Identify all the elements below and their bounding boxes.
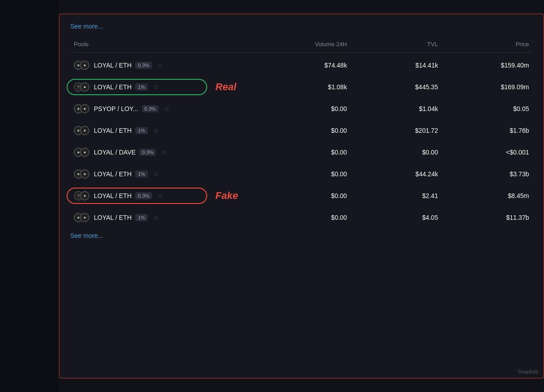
tvl-1: $14.41k [347,62,438,69]
fee-badge-6: 1% [135,170,148,178]
snapedit-watermark: SnapEdit [518,369,538,374]
pools-table: Pools Volume 24H TVL Price ● ● LOYAL / E… [70,41,533,228]
price-8: $11.37b [438,214,529,221]
fee-badge-4: 1% [135,127,148,134]
pool-cell-8: ● ● LOYAL / ETH 1% ☆ [74,213,256,222]
star-icon-1[interactable]: ☆ [157,62,163,69]
pool-row-8[interactable]: ● ● LOYAL / ETH 1% ☆ $0.00 $4.05 $11.37b [70,207,533,228]
token-icons-7: ? ● [74,191,90,200]
price-3: $0.05 [438,105,529,112]
see-more-bottom-link[interactable]: See more... [70,232,103,239]
token-icons-5: ● ● [74,148,90,157]
tvl-3: $1.04k [347,105,438,112]
main-panel: See more... Pools Volume 24H TVL Price ●… [59,14,544,378]
outer-background: See more... Pools Volume 24H TVL Price ●… [0,0,544,392]
pool-cell-5: ● ● LOYAL / DAVE 0.3% ☆ [74,148,256,157]
volume-2: $1.08k [256,83,347,91]
pool-cell-4: ● ● LOYAL / ETH 1% ☆ [74,126,256,135]
token-icon-7b: ● [80,191,89,200]
tvl-8: $4.05 [347,214,438,221]
price-6: $3.73b [438,170,529,178]
price-5: <$0.001 [438,149,529,156]
token-icons-6: ● ● [74,169,90,179]
star-icon-4[interactable]: ☆ [153,127,159,134]
col-tvl: TVL [347,41,438,48]
tvl-6: $44.24k [347,170,438,178]
token-icon-4b: ● [80,126,89,135]
token-icon-1b: ● [80,61,89,70]
volume-6: $0.00 [256,170,347,178]
pool-name-8: LOYAL / ETH [94,214,131,221]
pool-row-2[interactable]: ? ● LOYAL / ETH 1% ☆ $1.08k $445.35 $169… [70,76,533,98]
table-row: ● ● LOYAL / ETH 1% ☆ $0.00 $4.05 $11.37b [70,207,533,228]
fee-badge-5: 0.3% [139,149,156,156]
token-icon-2b: ● [80,82,89,92]
pool-name-6: LOYAL / ETH [94,170,131,178]
price-1: $159.40m [438,62,529,69]
star-icon-8[interactable]: ☆ [153,214,159,221]
price-7: $8.45m [438,192,529,199]
pool-row-4[interactable]: ● ● LOYAL / ETH 1% ☆ $0.00 $201.72 $1.76… [70,120,533,141]
volume-3: $0.00 [256,105,347,112]
token-icon-8b: ● [80,213,89,222]
table-row: ● ● LOYAL / ETH 0.3% ☆ $74.48k $14.41k $… [70,54,533,76]
table-row-real: ? ● LOYAL / ETH 1% ☆ $1.08k $445.35 $169… [70,76,533,98]
token-icons-4: ● ● [74,126,90,135]
left-sidebar [0,0,59,392]
volume-7: $0.00 [256,192,347,199]
pool-row-3[interactable]: ● ● PSYOP / LOY... 0.3% ☆ $0.00 $1.04k $… [70,98,533,120]
star-icon-5[interactable]: ☆ [161,149,167,156]
pool-cell-1: ● ● LOYAL / ETH 0.3% ☆ [74,61,256,70]
star-icon-2[interactable]: ☆ [153,83,159,91]
star-icon-7[interactable]: ☆ [157,192,163,199]
panel-content: See more... Pools Volume 24H TVL Price ●… [59,14,544,248]
fee-badge-3: 0.3% [142,105,159,112]
pool-name-3: PSYOP / LOY... [94,105,138,112]
real-label: Real [215,81,236,93]
tvl-2: $445.35 [347,83,438,91]
pool-row-6[interactable]: ● ● LOYAL / ETH 1% ☆ $0.00 $44.24k $3.73… [70,163,533,185]
fee-badge-7: 0.3% [135,192,152,199]
table-row: ● ● LOYAL / ETH 1% ☆ $0.00 $44.24k $3.73… [70,163,533,185]
fee-badge-8: 1% [135,214,148,221]
pool-row-5[interactable]: ● ● LOYAL / DAVE 0.3% ☆ $0.00 $0.00 <$0.… [70,141,533,163]
token-icon-3b: ● [80,104,89,113]
see-more-top-link[interactable]: See more... [70,23,103,30]
table-row: ● ● LOYAL / ETH 1% ☆ $0.00 $201.72 $1.76… [70,120,533,141]
pool-cell-6: ● ● LOYAL / ETH 1% ☆ [74,169,256,179]
fee-badge-2: 1% [135,83,148,91]
pool-row-1[interactable]: ● ● LOYAL / ETH 0.3% ☆ $74.48k $14.41k $… [70,54,533,76]
token-icons-3: ● ● [74,104,90,113]
volume-1: $74.48k [256,62,347,69]
price-4: $1.76b [438,127,529,134]
fee-badge-1: 0.3% [135,62,152,69]
token-icons-2: ? ● [74,82,90,92]
tvl-5: $0.00 [347,149,438,156]
token-icons-8: ● ● [74,213,90,222]
col-volume: Volume 24H [256,41,347,48]
table-row: ● ● LOYAL / DAVE 0.3% ☆ $0.00 $0.00 <$0.… [70,141,533,163]
pool-name-1: LOYAL / ETH [94,62,131,69]
volume-8: $0.00 [256,214,347,221]
col-price: Price [438,41,529,48]
tvl-7: $2.41 [347,192,438,199]
fake-label: Fake [215,190,238,202]
volume-4: $0.00 [256,127,347,134]
pool-name-4: LOYAL / ETH [94,127,131,134]
token-icons-1: ● ● [74,61,90,70]
pool-name-2: LOYAL / ETH [94,83,131,91]
token-icon-6b: ● [80,169,89,179]
tvl-4: $201.72 [347,127,438,134]
table-row-fake: ? ● LOYAL / ETH 0.3% ☆ $0.00 $2.41 $8.45… [70,185,533,207]
table-header: Pools Volume 24H TVL Price [70,41,533,53]
col-pools: Pools [74,41,256,48]
pool-row-7[interactable]: ? ● LOYAL / ETH 0.3% ☆ $0.00 $2.41 $8.45… [70,185,533,207]
pool-name-5: LOYAL / DAVE [94,149,136,156]
volume-5: $0.00 [256,149,347,156]
token-icon-5b: ● [80,148,89,157]
table-row: ● ● PSYOP / LOY... 0.3% ☆ $0.00 $1.04k $… [70,98,533,120]
star-icon-3[interactable]: ☆ [164,105,170,112]
pool-name-7: LOYAL / ETH [94,192,131,199]
star-icon-6[interactable]: ☆ [153,170,159,178]
pool-cell-3: ● ● PSYOP / LOY... 0.3% ☆ [74,104,256,113]
